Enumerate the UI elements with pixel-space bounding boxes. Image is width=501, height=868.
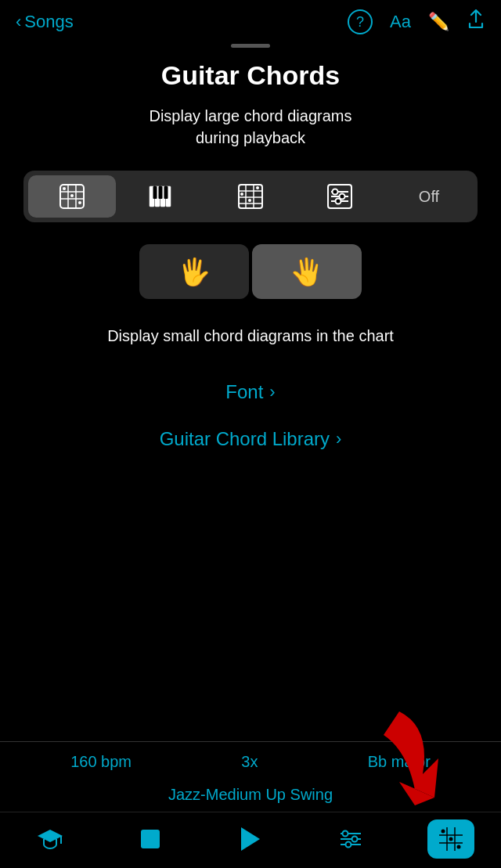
guitar-library-link-text: Guitar Chord Library [160,428,330,450]
page-subtitle: Display large chord diagramsduring playb… [149,105,351,149]
svg-point-5 [63,187,66,190]
svg-point-30 [336,199,341,204]
svg-point-7 [78,201,81,204]
font-size-button[interactable]: Aa [390,12,411,32]
top-nav-bar: ‹ Songs ? Aa ✏️ [0,0,501,44]
page-title: Guitar Chords [161,60,341,91]
mixer-button[interactable] [327,819,374,859]
svg-point-41 [346,841,351,847]
share-button[interactable] [467,9,485,34]
svg-point-40 [352,836,358,841]
left-hand-button[interactable]: 🖐 [139,244,249,299]
guitar-library-chevron-icon: › [336,429,341,449]
back-button[interactable]: ‹ Songs [16,12,74,32]
help-button[interactable]: ? [348,9,373,34]
back-chevron-icon: ‹ [16,12,21,32]
nav-icons: ? Aa ✏️ [348,9,485,34]
repeat-display: 3x [241,753,258,771]
right-hand-icon: 🖐 [290,256,323,287]
hand-selector: 🖐 🖐 [139,244,362,299]
chord-display-selector: Off [23,171,478,222]
main-content: Guitar Chords Display large chord diagra… [0,60,501,463]
svg-rect-12 [153,186,157,199]
svg-point-28 [333,189,338,195]
bpm-display: 160 bpm [70,753,132,771]
font-link-text: Font [225,381,263,403]
small-chord-label: Display small chord diagrams in the char… [16,327,485,345]
chord-option-chord-box[interactable] [207,175,294,218]
svg-marker-35 [241,827,260,851]
svg-point-22 [248,199,251,202]
key-display: Bb major [368,753,431,771]
font-link-chevron-icon: › [269,382,275,402]
chord-option-guitar-grid[interactable] [28,175,116,218]
swing-style-row: Jazz-Medium Up Swing [0,778,501,812]
drag-handle [231,44,270,48]
swing-style-text: Jazz-Medium Up Swing [168,786,333,804]
status-bar: 160 bpm 3x Bb major [0,741,501,782]
svg-point-23 [256,186,259,189]
bottom-nav [0,812,501,868]
off-label: Off [419,188,439,206]
guitar-library-link-row[interactable]: Guitar Chord Library › [16,416,485,463]
svg-marker-32 [38,830,63,842]
svg-rect-13 [159,186,163,199]
svg-point-48 [449,837,453,841]
stop-button[interactable] [127,819,174,859]
svg-rect-14 [164,186,168,199]
chord-option-sliders[interactable] [296,175,384,218]
learn-button[interactable] [27,819,74,859]
chords-button[interactable] [427,819,474,859]
svg-point-39 [343,830,348,836]
edit-button[interactable]: ✏️ [428,12,449,32]
svg-point-47 [442,829,445,833]
right-hand-button[interactable]: 🖐 [252,244,362,299]
left-hand-icon: 🖐 [178,256,211,287]
font-link-row[interactable]: Font › [16,369,485,416]
svg-point-6 [70,194,74,197]
svg-rect-34 [141,830,160,848]
chord-option-off[interactable]: Off [385,175,473,218]
chord-option-piano[interactable] [117,175,205,218]
back-label: Songs [24,12,73,32]
svg-point-49 [457,845,461,848]
play-button[interactable] [227,819,274,859]
svg-point-21 [240,193,243,196]
